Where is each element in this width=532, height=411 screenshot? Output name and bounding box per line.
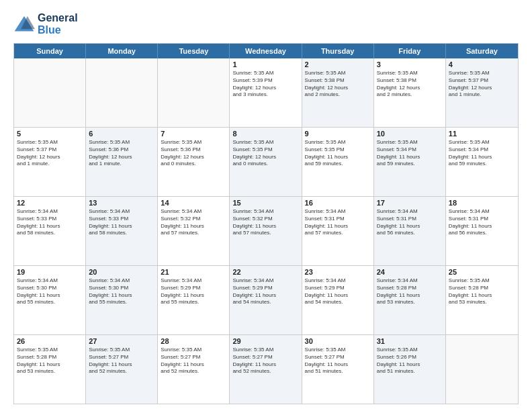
cell-info: Sunrise: 5:34 AM Sunset: 5:33 PM Dayligh…	[89, 208, 154, 237]
cell-info: Sunrise: 5:34 AM Sunset: 5:30 PM Dayligh…	[89, 277, 154, 306]
calendar-row-0: 1Sunrise: 5:35 AM Sunset: 5:39 PM Daylig…	[14, 58, 518, 127]
cell-info: Sunrise: 5:35 AM Sunset: 5:38 PM Dayligh…	[377, 70, 443, 99]
cal-cell-4-5: 31Sunrise: 5:35 AM Sunset: 5:26 PM Dayli…	[374, 335, 446, 404]
day-number: 2	[305, 60, 371, 68]
cal-cell-1-1: 6Sunrise: 5:35 AM Sunset: 5:36 PM Daylig…	[86, 128, 158, 196]
cell-info: Sunrise: 5:35 AM Sunset: 5:28 PM Dayligh…	[449, 277, 515, 306]
calendar-row-2: 12Sunrise: 5:34 AM Sunset: 5:33 PM Dayli…	[14, 196, 518, 265]
logo-text: General Blue	[38, 12, 78, 36]
day-number: 25	[449, 268, 515, 276]
day-number: 3	[377, 60, 443, 68]
logo-icon	[13, 15, 35, 34]
day-number: 16	[305, 199, 371, 207]
day-number: 24	[377, 268, 443, 276]
cell-info: Sunrise: 5:35 AM Sunset: 5:35 PM Dayligh…	[305, 139, 371, 168]
cal-cell-2-6: 18Sunrise: 5:34 AM Sunset: 5:31 PM Dayli…	[446, 197, 518, 265]
cal-cell-3-4: 23Sunrise: 5:34 AM Sunset: 5:29 PM Dayli…	[302, 266, 374, 334]
cell-info: Sunrise: 5:34 AM Sunset: 5:29 PM Dayligh…	[161, 277, 226, 306]
cal-cell-2-3: 15Sunrise: 5:34 AM Sunset: 5:32 PM Dayli…	[230, 197, 302, 265]
cal-cell-4-6	[446, 335, 518, 404]
cell-info: Sunrise: 5:35 AM Sunset: 5:27 PM Dayligh…	[161, 347, 226, 375]
cell-info: Sunrise: 5:34 AM Sunset: 5:30 PM Dayligh…	[17, 277, 83, 306]
cal-cell-4-4: 30Sunrise: 5:35 AM Sunset: 5:27 PM Dayli…	[302, 335, 374, 404]
cell-info: Sunrise: 5:35 AM Sunset: 5:27 PM Dayligh…	[305, 347, 371, 375]
cal-cell-1-5: 10Sunrise: 5:35 AM Sunset: 5:34 PM Dayli…	[374, 128, 446, 196]
cal-cell-0-6: 4Sunrise: 5:35 AM Sunset: 5:37 PM Daylig…	[446, 58, 518, 127]
day-number: 17	[377, 199, 443, 207]
cell-info: Sunrise: 5:34 AM Sunset: 5:29 PM Dayligh…	[232, 277, 298, 306]
cal-cell-3-6: 25Sunrise: 5:35 AM Sunset: 5:28 PM Dayli…	[446, 266, 518, 334]
cell-info: Sunrise: 5:35 AM Sunset: 5:36 PM Dayligh…	[89, 139, 154, 168]
header-day-friday: Friday	[374, 44, 446, 58]
cal-cell-1-0: 5Sunrise: 5:35 AM Sunset: 5:37 PM Daylig…	[14, 128, 86, 196]
cell-info: Sunrise: 5:35 AM Sunset: 5:38 PM Dayligh…	[305, 70, 371, 99]
day-number: 18	[449, 199, 515, 207]
cell-info: Sunrise: 5:35 AM Sunset: 5:36 PM Dayligh…	[161, 139, 226, 168]
calendar-row-1: 5Sunrise: 5:35 AM Sunset: 5:37 PM Daylig…	[14, 127, 518, 196]
cal-cell-3-2: 21Sunrise: 5:34 AM Sunset: 5:29 PM Dayli…	[158, 266, 230, 334]
cal-cell-3-5: 24Sunrise: 5:34 AM Sunset: 5:28 PM Dayli…	[374, 266, 446, 334]
day-number: 9	[305, 130, 371, 138]
cal-cell-4-0: 26Sunrise: 5:35 AM Sunset: 5:28 PM Dayli…	[14, 335, 86, 404]
day-number: 28	[161, 337, 226, 345]
cal-cell-4-3: 29Sunrise: 5:35 AM Sunset: 5:27 PM Dayli…	[230, 335, 302, 404]
day-number: 30	[305, 337, 371, 345]
day-number: 15	[232, 199, 298, 207]
cell-info: Sunrise: 5:34 AM Sunset: 5:31 PM Dayligh…	[377, 208, 443, 237]
cal-cell-2-4: 16Sunrise: 5:34 AM Sunset: 5:31 PM Dayli…	[302, 197, 374, 265]
cal-cell-0-2	[158, 58, 230, 127]
calendar: SundayMondayTuesdayWednesdayThursdayFrid…	[13, 43, 519, 404]
day-number: 26	[17, 337, 83, 345]
cell-info: Sunrise: 5:35 AM Sunset: 5:34 PM Dayligh…	[377, 139, 443, 168]
day-number: 8	[232, 130, 298, 138]
cal-cell-1-2: 7Sunrise: 5:35 AM Sunset: 5:36 PM Daylig…	[158, 128, 230, 196]
day-number: 6	[89, 130, 154, 138]
day-number: 14	[161, 199, 226, 207]
cell-info: Sunrise: 5:35 AM Sunset: 5:26 PM Dayligh…	[377, 347, 443, 375]
day-number: 12	[17, 199, 83, 207]
cal-cell-0-5: 3Sunrise: 5:35 AM Sunset: 5:38 PM Daylig…	[374, 58, 446, 127]
page: General Blue SundayMondayTuesdayWednesda…	[0, 0, 532, 411]
day-number: 10	[377, 130, 443, 138]
day-number: 5	[17, 130, 83, 138]
header-day-saturday: Saturday	[446, 44, 518, 58]
day-number: 21	[161, 268, 226, 276]
day-number: 19	[17, 268, 83, 276]
cell-info: Sunrise: 5:35 AM Sunset: 5:27 PM Dayligh…	[232, 347, 298, 375]
header-day-monday: Monday	[86, 44, 158, 58]
cell-info: Sunrise: 5:34 AM Sunset: 5:33 PM Dayligh…	[17, 208, 83, 237]
cal-cell-3-0: 19Sunrise: 5:34 AM Sunset: 5:30 PM Dayli…	[14, 266, 86, 334]
cal-cell-3-3: 22Sunrise: 5:34 AM Sunset: 5:29 PM Dayli…	[230, 266, 302, 334]
cell-info: Sunrise: 5:35 AM Sunset: 5:34 PM Dayligh…	[449, 139, 515, 168]
header-day-thursday: Thursday	[302, 44, 374, 58]
cell-info: Sunrise: 5:35 AM Sunset: 5:37 PM Dayligh…	[17, 139, 83, 168]
day-number: 1	[232, 60, 298, 68]
day-number: 7	[161, 130, 226, 138]
day-number: 23	[305, 268, 371, 276]
day-number: 22	[232, 268, 298, 276]
cell-info: Sunrise: 5:34 AM Sunset: 5:31 PM Dayligh…	[305, 208, 371, 237]
day-number: 13	[89, 199, 154, 207]
cell-info: Sunrise: 5:34 AM Sunset: 5:31 PM Dayligh…	[449, 208, 515, 237]
calendar-header: SundayMondayTuesdayWednesdayThursdayFrid…	[14, 44, 518, 58]
cal-cell-2-2: 14Sunrise: 5:34 AM Sunset: 5:32 PM Dayli…	[158, 197, 230, 265]
day-number: 20	[89, 268, 154, 276]
cal-cell-2-5: 17Sunrise: 5:34 AM Sunset: 5:31 PM Dayli…	[374, 197, 446, 265]
cal-cell-1-3: 8Sunrise: 5:35 AM Sunset: 5:35 PM Daylig…	[230, 128, 302, 196]
day-number: 31	[377, 337, 443, 345]
day-number: 4	[449, 60, 515, 68]
cal-cell-4-1: 27Sunrise: 5:35 AM Sunset: 5:27 PM Dayli…	[86, 335, 158, 404]
header: General Blue	[13, 12, 519, 36]
cal-cell-2-1: 13Sunrise: 5:34 AM Sunset: 5:33 PM Dayli…	[86, 197, 158, 265]
logo: General Blue	[13, 12, 78, 36]
cell-info: Sunrise: 5:35 AM Sunset: 5:28 PM Dayligh…	[17, 347, 83, 375]
cell-info: Sunrise: 5:35 AM Sunset: 5:35 PM Dayligh…	[232, 139, 298, 168]
cal-cell-0-3: 1Sunrise: 5:35 AM Sunset: 5:39 PM Daylig…	[230, 58, 302, 127]
cal-cell-1-4: 9Sunrise: 5:35 AM Sunset: 5:35 PM Daylig…	[302, 128, 374, 196]
day-number: 27	[89, 337, 154, 345]
cell-info: Sunrise: 5:35 AM Sunset: 5:37 PM Dayligh…	[449, 70, 515, 99]
cell-info: Sunrise: 5:35 AM Sunset: 5:39 PM Dayligh…	[232, 70, 298, 99]
calendar-row-4: 26Sunrise: 5:35 AM Sunset: 5:28 PM Dayli…	[14, 334, 518, 404]
day-number: 29	[232, 337, 298, 345]
cal-cell-0-4: 2Sunrise: 5:35 AM Sunset: 5:38 PM Daylig…	[302, 58, 374, 127]
